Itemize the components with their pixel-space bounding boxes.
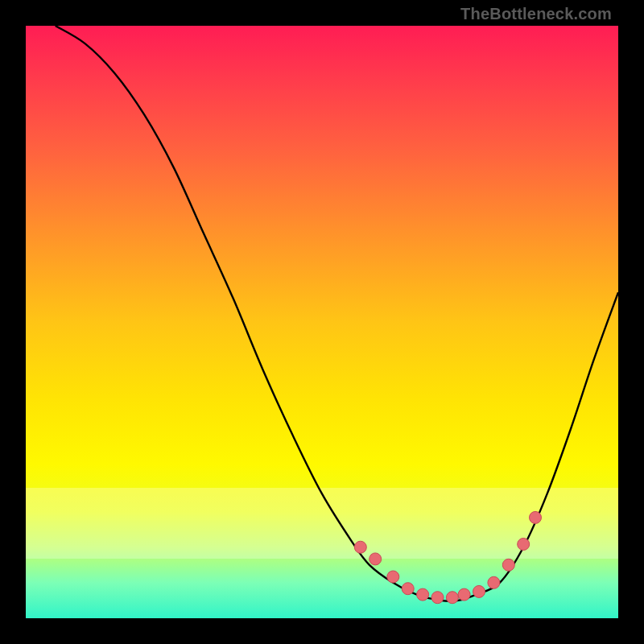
marker-dot	[387, 571, 399, 583]
marker-dot	[354, 541, 366, 553]
chart-frame: TheBottleneck.com	[0, 0, 644, 644]
marker-dot	[446, 592, 458, 604]
marker-dot	[417, 588, 429, 601]
marker-dot	[431, 592, 444, 604]
marker-dot	[518, 539, 530, 551]
marker-dot	[402, 583, 414, 595]
brand-watermark: TheBottleneck.com	[460, 5, 612, 23]
marker-dot	[488, 576, 500, 588]
marker-dot	[458, 588, 470, 601]
marker-dot	[473, 585, 485, 597]
marker-dot	[369, 553, 382, 565]
marker-dot	[502, 559, 514, 571]
marker-dot	[530, 511, 542, 523]
plot-area	[26, 26, 618, 618]
chart-svg	[26, 26, 618, 618]
marker-group	[354, 511, 541, 603]
